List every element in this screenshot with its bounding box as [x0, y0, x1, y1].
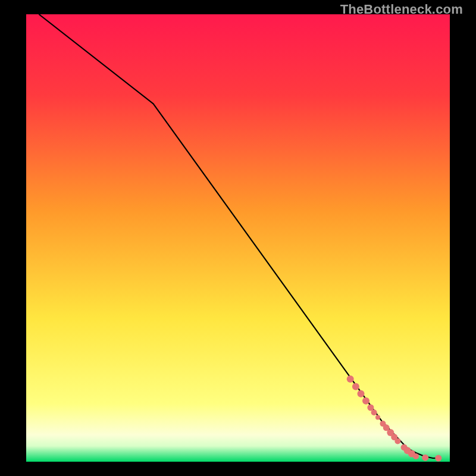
data-point: [435, 455, 441, 462]
data-point: [413, 453, 419, 459]
data-point: [352, 383, 359, 390]
data-point: [371, 409, 377, 415]
data-point: [362, 397, 369, 405]
watermark-text: TheBottleneck.com: [340, 2, 463, 17]
data-point: [422, 455, 428, 461]
data-point: [375, 415, 380, 420]
chart-container: TheBottleneck.com: [0, 0, 476, 476]
data-point: [358, 390, 365, 397]
gradient-background: [26, 14, 450, 462]
plot-frame: [26, 14, 450, 462]
data-point: [347, 375, 354, 383]
chart-svg: [26, 14, 450, 462]
data-point: [394, 438, 400, 444]
